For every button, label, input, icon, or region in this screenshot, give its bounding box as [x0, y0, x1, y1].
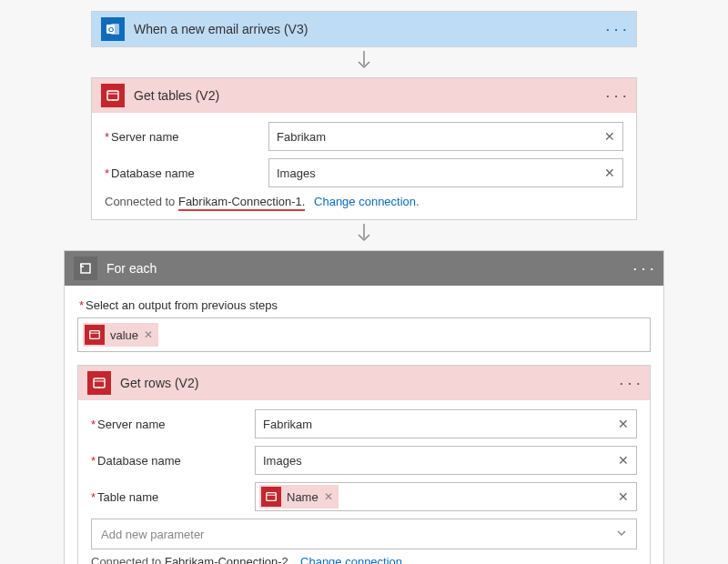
connection-name: Fabrikam-Connection-2. [165, 555, 291, 564]
add-parameter-dropdown[interactable]: Add new parameter [91, 519, 637, 549]
trigger-header[interactable]: O When a new email arrives (V3) · · · [92, 12, 636, 46]
get-tables-header[interactable]: Get tables (V2) · · · [92, 78, 636, 113]
select-output-label: *Select an output from previous steps [79, 298, 651, 312]
trigger-title: When a new email arrives (V3) [134, 22, 597, 36]
connector-arrow [11, 51, 717, 74]
clear-icon[interactable]: ✕ [618, 453, 629, 468]
sql-icon [85, 325, 105, 345]
database-name-row: *Database name Images ✕ [105, 158, 623, 187]
database-name-label: *Database name [105, 166, 259, 180]
clear-icon[interactable]: ✕ [618, 417, 629, 431]
database-name-label: *Database name [91, 454, 246, 468]
svg-rect-14 [267, 493, 277, 501]
get-rows-body: *Server name Fabrikam ✕ *Database name I… [78, 400, 650, 564]
table-name-label: *Table name [91, 490, 246, 504]
get-tables-body: *Server name Fabrikam ✕ *Database name I… [92, 113, 636, 219]
get-rows-menu-button[interactable]: · · · [620, 377, 641, 390]
server-name-row: *Server name Fabrikam ✕ [91, 409, 637, 438]
table-name-input[interactable]: Name ✕ ✕ [255, 482, 637, 511]
server-name-input[interactable]: Fabrikam ✕ [255, 409, 637, 438]
value-token[interactable]: value ✕ [83, 323, 158, 347]
get-rows-title: Get rows (V2) [120, 376, 611, 390]
trigger-menu-button[interactable]: · · · [606, 23, 627, 36]
get-rows-header[interactable]: Get rows (V2) · · · [78, 366, 650, 400]
outlook-icon: O [101, 17, 125, 41]
get-rows-card[interactable]: Get rows (V2) · · · *Server name Fabrika… [77, 365, 651, 564]
for-each-title: For each [106, 261, 624, 276]
get-tables-title: Get tables (V2) [134, 88, 597, 103]
clear-icon[interactable]: ✕ [604, 166, 615, 180]
database-name-input[interactable]: Images ✕ [255, 446, 637, 475]
clear-icon[interactable]: ✕ [604, 129, 615, 144]
get-tables-card[interactable]: Get tables (V2) · · · *Server name Fabri… [91, 77, 637, 220]
svg-rect-4 [107, 91, 118, 100]
database-name-input[interactable]: Images ✕ [268, 158, 623, 187]
sql-icon [261, 487, 281, 507]
svg-rect-9 [90, 331, 100, 339]
name-token[interactable]: Name ✕ [259, 485, 339, 509]
sql-icon [87, 371, 111, 395]
get-tables-menu-button[interactable]: · · · [606, 89, 627, 103]
select-output-input[interactable]: value ✕ [77, 317, 651, 352]
for-each-header[interactable]: For each · · · [65, 251, 663, 286]
change-connection-link[interactable]: Change connection. [300, 555, 406, 564]
clear-icon[interactable]: ✕ [618, 489, 629, 504]
change-connection-link[interactable]: Change connection. [314, 195, 420, 208]
designer-canvas: O When a new email arrives (V3) · · · Ge… [11, 11, 717, 564]
svg-text:O: O [108, 25, 114, 34]
chevron-down-icon [616, 528, 627, 541]
for-each-card[interactable]: For each · · · *Select an output from pr… [64, 250, 664, 564]
server-name-row: *Server name Fabrikam ✕ [105, 122, 623, 151]
connection-name: Fabrikam-Connection-1. [178, 195, 305, 211]
svg-point-13 [98, 387, 100, 388]
server-name-label: *Server name [105, 130, 259, 144]
table-name-row: *Table name Name ✕ ✕ [91, 482, 637, 511]
svg-rect-8 [81, 264, 90, 273]
loop-icon [74, 257, 97, 280]
remove-token-icon[interactable]: ✕ [324, 490, 333, 503]
server-name-label: *Server name [91, 418, 246, 431]
remove-token-icon[interactable]: ✕ [144, 328, 153, 341]
connector-arrow [11, 224, 717, 247]
database-name-row: *Database name Images ✕ [91, 446, 637, 475]
svg-rect-11 [94, 378, 105, 388]
server-name-input[interactable]: Fabrikam ✕ [268, 122, 623, 151]
connection-info: Connected to Fabrikam-Connection-2. Chan… [91, 555, 637, 564]
svg-point-6 [112, 99, 114, 101]
trigger-card[interactable]: O When a new email arrives (V3) · · · [91, 11, 637, 47]
connection-info: Connected to Fabrikam-Connection-1. Chan… [105, 195, 623, 208]
sql-icon [101, 84, 125, 107]
for-each-body: *Select an output from previous steps va… [65, 286, 663, 564]
for-each-menu-button[interactable]: · · · [633, 262, 654, 276]
